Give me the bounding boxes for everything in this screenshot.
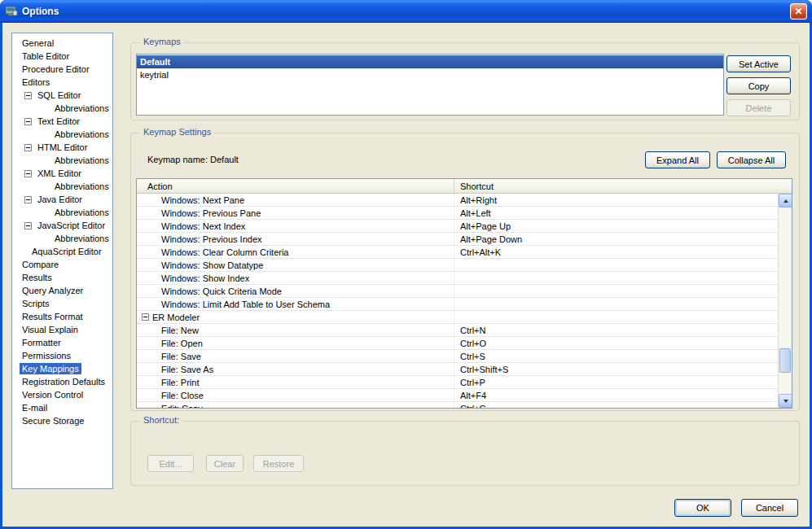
collapse-toggle-icon[interactable] (24, 92, 32, 99)
close-button[interactable]: ✕ (790, 3, 807, 20)
action-cell: File: Open (137, 337, 454, 349)
sidebar-item-abbreviations[interactable]: Abbreviations (12, 154, 112, 167)
sidebar-item-java-editor[interactable]: Java Editor (12, 193, 112, 206)
table-row[interactable]: Windows: Next PaneAlt+Right (137, 194, 778, 207)
sidebar-item-query-analyzer[interactable]: Query Analyzer (12, 284, 112, 297)
sidebar-item-formatter[interactable]: Formatter (12, 336, 112, 349)
table-row[interactable]: Edit: CopyCtrl+C (137, 402, 778, 408)
sidebar-item-label: Results Format (20, 311, 86, 322)
sidebar-item-label: Secure Storage (20, 415, 86, 426)
titlebar: Options ✕ (0, 0, 812, 23)
action-cell: Windows: Next Pane (137, 194, 454, 206)
sidebar-item-xml-editor[interactable]: XML Editor (12, 167, 112, 180)
sidebar-item-label: Abbreviations (52, 129, 112, 140)
sidebar-item-results-format[interactable]: Results Format (12, 310, 112, 323)
table-row[interactable]: Windows: Limit Add Table to User Schema (137, 298, 778, 311)
sidebar-item-compare[interactable]: Compare (12, 258, 112, 271)
table-row[interactable]: File: Save AsCtrl+Shift+S (137, 363, 778, 376)
sidebar-item-scripts[interactable]: Scripts (12, 297, 112, 310)
shortcut-cell: Alt+Page Down (454, 233, 778, 245)
sidebar-item-registration-defaults[interactable]: Registration Defaults (12, 375, 112, 388)
action-cell: Edit: Copy (137, 402, 454, 408)
copy-button[interactable]: Copy (726, 77, 791, 94)
table-row[interactable]: Windows: Next IndexAlt+Page Up (137, 220, 778, 233)
collapse-toggle-icon[interactable] (24, 118, 32, 125)
sidebar-item-editors[interactable]: Editors (12, 76, 112, 89)
restore-button[interactable]: Restore (253, 455, 304, 472)
table-row[interactable]: ER Modeler (137, 311, 778, 324)
column-header-action[interactable]: Action (137, 179, 454, 193)
sidebar-item-general[interactable]: General (12, 37, 112, 50)
sidebar-item-abbreviations[interactable]: Abbreviations (12, 206, 112, 219)
close-icon: ✕ (794, 7, 802, 16)
sidebar-item-table-editor[interactable]: Table Editor (12, 50, 112, 63)
collapse-toggle-icon[interactable] (24, 222, 32, 230)
sidebar-item-results[interactable]: Results (12, 271, 112, 284)
keymap-item-keytrial[interactable]: keytrial (137, 68, 723, 81)
action-label: File: Close (161, 391, 204, 400)
sidebar-item-html-editor[interactable]: HTML Editor (12, 141, 112, 154)
table-row[interactable]: Windows: Previous IndexAlt+Page Down (137, 233, 778, 246)
sidebar-item-sql-editor[interactable]: SQL Editor (12, 89, 112, 102)
delete-button[interactable]: Delete (726, 99, 791, 116)
collapse-toggle-icon[interactable] (142, 313, 149, 321)
table-row[interactable]: File: PrintCtrl+P (137, 376, 778, 389)
sidebar-item-abbreviations[interactable]: Abbreviations (12, 180, 112, 193)
sidebar-item-text-editor[interactable]: Text Editor (12, 115, 112, 128)
table-row[interactable]: File: OpenCtrl+O (137, 337, 778, 350)
keymap-name-label: Keymap name: Default (147, 155, 239, 164)
table-row[interactable]: File: CloseAlt+F4 (137, 389, 778, 402)
action-label: Windows: Limit Add Table to User Schema (161, 299, 330, 309)
set-active-button[interactable]: Set Active (726, 55, 791, 72)
action-cell: Windows: Previous Index (137, 233, 454, 245)
collapse-all-button[interactable]: Collapse All (717, 151, 786, 168)
sidebar-item-label: AquaScript Editor (29, 246, 104, 257)
sidebar-item-visual-explain[interactable]: Visual Explain (12, 323, 112, 336)
edit-button[interactable]: Edit... (147, 455, 194, 472)
table-row[interactable]: Windows: Clear Column CriteriaCtrl+Alt+K (137, 246, 778, 259)
sidebar-item-label: Abbreviations (52, 103, 112, 114)
sidebar-item-secure-storage[interactable]: Secure Storage (12, 414, 112, 427)
sidebar-item-key-mappings[interactable]: Key Mappings (12, 362, 112, 375)
table-row[interactable]: Windows: Previous PaneAlt+Left (137, 207, 778, 220)
sidebar-item-javascript-editor[interactable]: JavaScript Editor (12, 219, 112, 232)
scroll-up-button[interactable] (779, 194, 792, 208)
keymap-item-default[interactable]: Default (137, 55, 723, 68)
collapse-toggle-icon[interactable] (24, 144, 32, 151)
table-row[interactable]: Windows: Quick Criteria Mode (137, 285, 778, 298)
action-label: Windows: Show Datatype (161, 260, 263, 270)
shortcut-group: Shortcut: Edit... Clear Restore (130, 421, 800, 486)
sidebar-item-e-mail[interactable]: E-mail (12, 401, 112, 414)
action-label: File: New (161, 326, 199, 335)
clear-button[interactable]: Clear (206, 455, 244, 472)
collapse-toggle-icon[interactable] (24, 170, 32, 177)
column-header-shortcut[interactable]: Shortcut (454, 179, 792, 193)
sidebar-item-version-control[interactable]: Version Control (12, 388, 112, 401)
sidebar-item-abbreviations[interactable]: Abbreviations (12, 128, 112, 141)
action-cell: File: Close (137, 389, 454, 401)
sidebar-item-label: Formatter (20, 337, 64, 348)
table-row[interactable]: Windows: Show Datatype (137, 259, 778, 272)
sidebar-item-abbreviations[interactable]: Abbreviations (12, 102, 112, 115)
action-cell: Windows: Previous Pane (137, 207, 454, 219)
sidebar-item-abbreviations[interactable]: Abbreviations (12, 232, 112, 245)
scrollbar-thumb[interactable] (779, 348, 791, 373)
action-label: File: Print (161, 378, 199, 387)
sidebar-item-procedure-editor[interactable]: Procedure Editor (12, 63, 112, 76)
sidebar-item-aquascript-editor[interactable]: AquaScript Editor (12, 245, 112, 258)
ok-button[interactable]: OK (674, 499, 731, 517)
table-row[interactable]: File: SaveCtrl+S (137, 350, 778, 363)
shortcut-group-title: Shortcut: (140, 415, 182, 425)
sidebar-item-label: E-mail (20, 402, 50, 413)
expand-all-button[interactable]: Expand All (645, 151, 710, 168)
collapse-toggle-icon[interactable] (24, 196, 32, 203)
sidebar-item-permissions[interactable]: Permissions (12, 349, 112, 362)
shortcut-cell: Alt+Page Up (454, 220, 778, 232)
cancel-button[interactable]: Cancel (741, 499, 798, 517)
sidebar-tree: GeneralTable EditorProcedure EditorEdito… (11, 33, 113, 489)
table-scrollbar[interactable] (778, 194, 792, 408)
table-row[interactable]: Windows: Show Index (137, 272, 778, 285)
table-row[interactable]: File: NewCtrl+N (137, 324, 778, 337)
scroll-down-button[interactable] (779, 394, 792, 408)
action-cell: ER Modeler (137, 311, 454, 323)
